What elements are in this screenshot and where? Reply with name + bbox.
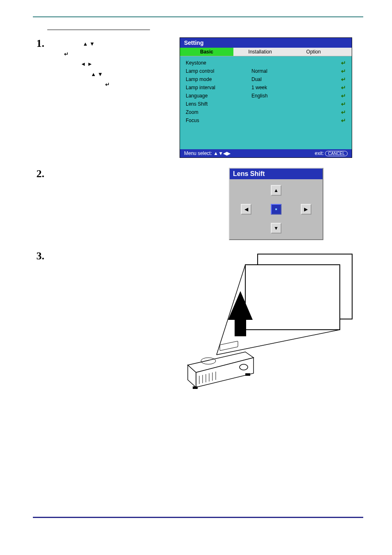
menu-item: LanguageEnglish↵ <box>180 92 352 100</box>
arrows-up-down-icon: ▲ ▼ <box>83 41 95 47</box>
svg-point-10 <box>240 364 248 370</box>
menu-body: Keystone↵ Lamp controlNormal↵ Lamp modeD… <box>180 56 352 149</box>
tab-basic[interactable]: Basic <box>180 48 233 56</box>
top-rule <box>33 16 363 17</box>
svg-rect-1 <box>245 265 340 330</box>
svg-rect-17 <box>193 386 198 389</box>
step-2-body <box>52 168 160 169</box>
section-underline <box>47 30 150 30</box>
tab-spacer <box>340 48 352 56</box>
lens-up-button[interactable]: ▲ <box>271 185 281 196</box>
bottom-rule <box>33 517 363 518</box>
enter-icon: ↵ <box>341 76 346 83</box>
step-1-number: 1. <box>33 37 44 50</box>
enter-icon: ↵ <box>341 60 346 66</box>
menu-item: Lamp interval1 week↵ <box>180 83 352 92</box>
menu-footer-left: Menu select: ▲▼◀▶ <box>184 150 231 156</box>
lens-down-button[interactable]: ▼ <box>271 223 281 234</box>
step-3-number: 3. <box>33 250 44 262</box>
menu-item: Focus↵ <box>180 116 352 125</box>
tab-installation[interactable]: Installation <box>233 48 287 56</box>
menu-tabs: Basic Installation Option <box>180 48 352 56</box>
setting-menu: Setting Basic Installation Option Keysto… <box>180 37 352 158</box>
step-1-body: ▲ ▼ ↵ ◄ ► ▲ ▼ ↵ <box>52 37 160 90</box>
enter-icon: ↵ <box>341 117 346 124</box>
menu-footer: Menu select: ▲▼◀▶ exit: CANCEL <box>180 149 352 157</box>
enter-icon: ↵ <box>64 51 69 57</box>
enter-icon: ↵ <box>341 84 346 91</box>
enter-icon: ↵ <box>341 101 346 107</box>
menu-item: Keystone↵ <box>180 59 352 67</box>
menu-item: Lens Shift↵ <box>180 100 352 108</box>
enter-icon: ↵ <box>341 68 346 74</box>
step-2-number: 2. <box>33 168 44 180</box>
svg-rect-9 <box>220 341 238 351</box>
projector-illustration <box>171 250 360 398</box>
lens-shift-title: Lens Shift <box>230 169 323 179</box>
arrows-up-down-icon-2: ▲ ▼ <box>91 71 103 77</box>
step-3-body <box>52 250 160 252</box>
menu-item: Lamp modeDual↵ <box>180 75 352 83</box>
enter-icon: ↵ <box>341 92 346 99</box>
lens-shift-dialog: Lens Shift ▲ ◀ ▶ ▼ <box>229 168 323 240</box>
lens-left-button[interactable]: ◀ <box>241 204 251 215</box>
menu-item: Zoom↵ <box>180 108 352 116</box>
lens-center-button[interactable] <box>271 204 281 215</box>
menu-item: Lamp controlNormal↵ <box>180 67 352 75</box>
menu-footer-exit: exit: <box>315 150 324 156</box>
menu-title: Setting <box>180 38 352 48</box>
enter-icon-2: ↵ <box>105 81 110 88</box>
enter-icon: ↵ <box>341 109 346 116</box>
tab-option[interactable]: Option <box>287 48 340 56</box>
svg-rect-18 <box>245 373 250 376</box>
cancel-button[interactable]: CANCEL <box>325 151 348 156</box>
arrows-left-right-icon: ◄ ► <box>81 61 92 67</box>
lens-right-button[interactable]: ▶ <box>301 204 311 215</box>
